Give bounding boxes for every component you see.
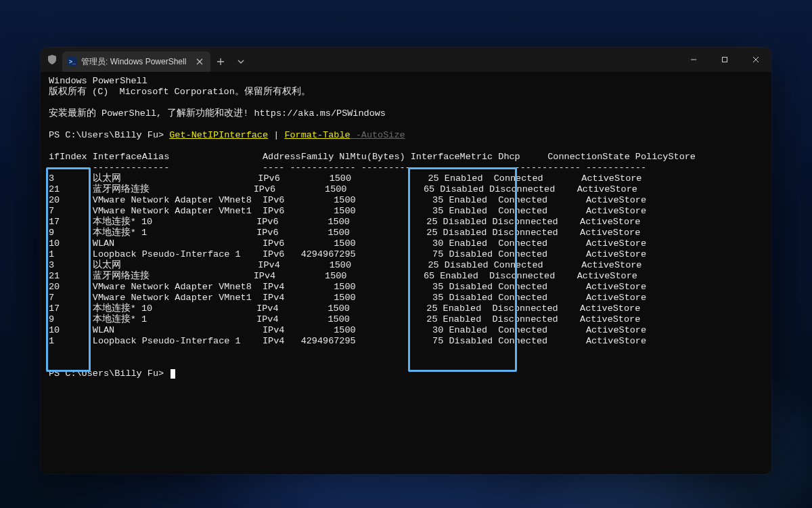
text-cursor [171,369,175,379]
highlight-box [46,167,91,372]
powershell-icon: >_ [68,57,77,66]
tab-close-button[interactable] [194,56,205,67]
active-tab[interactable]: >_ 管理员: Windows PowerShell [62,51,210,72]
terminal-window: >_ 管理员: Windows PowerShell [41,47,771,474]
tab-title: 管理员: Windows PowerShell [81,56,186,68]
maximize-button[interactable] [709,47,740,72]
terminal-output[interactable]: Windows PowerShell 版权所有 (C) Microsoft Co… [41,72,771,474]
highlight-box [408,167,517,372]
shield-icon [47,55,57,64]
title-bar[interactable]: >_ 管理员: Windows PowerShell [41,47,771,72]
svg-rect-0 [723,58,727,62]
tab-dropdown-button[interactable] [231,51,251,72]
new-tab-button[interactable] [210,51,231,72]
minimize-button[interactable] [678,47,709,72]
close-button[interactable] [740,47,771,72]
desktop-background: >_ 管理员: Windows PowerShell [0,0,812,508]
